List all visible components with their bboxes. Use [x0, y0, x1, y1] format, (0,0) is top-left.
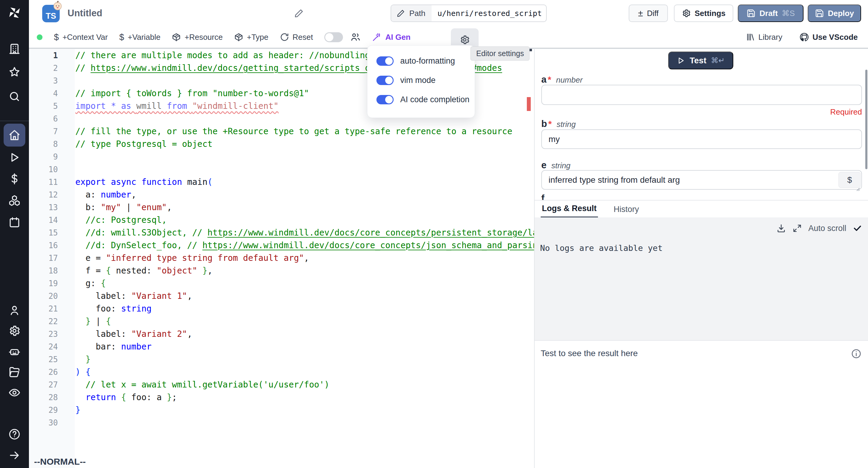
test-button[interactable]: Test ⌘↵: [668, 52, 733, 69]
toggle-vim-mode[interactable]: [376, 76, 394, 85]
deploy-button[interactable]: Deploy: [808, 4, 861, 22]
code-line: [75, 416, 534, 429]
menu-item-ai-code-completion[interactable]: AI code completion: [376, 95, 466, 104]
line-number: 29: [29, 404, 75, 416]
code-line: }: [75, 353, 534, 366]
use-vscode-button[interactable]: Use VScode: [799, 32, 858, 42]
home-icon[interactable]: [8, 129, 21, 141]
field-input-e[interactable]: [541, 170, 862, 190]
dollar-icon[interactable]: [8, 173, 21, 185]
arrow-right-icon[interactable]: [8, 449, 21, 461]
ai-gen-button[interactable]: AI Gen: [372, 32, 410, 42]
toggle-ai-code-completion[interactable]: [376, 95, 394, 104]
calendar-icon[interactable]: [8, 216, 21, 228]
user-icon[interactable]: [8, 304, 21, 316]
line-number: 8: [29, 138, 75, 150]
required-error: Required: [830, 107, 862, 117]
ai-gen-label: AI Gen: [385, 33, 410, 42]
draft-button[interactable]: Draft ⌘S: [738, 4, 804, 22]
deploy-button-label: Deploy: [828, 9, 854, 18]
script-title: Untitled: [67, 8, 102, 19]
info-icon[interactable]: [851, 349, 861, 359]
code-line: f = { nested: "object" },: [75, 264, 534, 277]
error-squiggle: import * as wmill from "windmill-client": [75, 101, 278, 111]
gear-icon: [682, 9, 691, 18]
diff-button[interactable]: ± Diff: [629, 4, 668, 22]
menu-item-auto-formatting[interactable]: auto-formatting: [376, 56, 466, 66]
building-icon[interactable]: [8, 43, 21, 55]
code-line: [75, 163, 534, 176]
line-number: 10: [29, 163, 75, 176]
dollar-icon: $: [54, 32, 59, 42]
bot-icon[interactable]: [8, 346, 21, 358]
editor-settings-tooltip: Editor settings: [470, 47, 530, 61]
people-icon: [350, 32, 361, 42]
code-line: g: {: [75, 277, 534, 290]
star-icon[interactable]: [8, 66, 21, 78]
windmill-logo[interactable]: [7, 5, 22, 20]
line-number: 9: [29, 150, 75, 163]
line-number: 23: [29, 328, 75, 341]
dollar-icon: $: [119, 32, 124, 42]
field-label-a: a* number: [541, 74, 583, 85]
multiplayer-toggle[interactable]: [324, 32, 343, 42]
line-number: 25: [29, 353, 75, 366]
top-bar: TS Untitled Path u/henri/restored_script…: [29, 0, 868, 27]
tab-logs-result[interactable]: Logs & Result: [541, 201, 598, 218]
code-line: // type Postgresql = object: [75, 138, 534, 150]
line-number: 26: [29, 366, 75, 378]
edit-title-pencil-icon[interactable]: [294, 8, 304, 18]
typescript-badge-label: TS: [46, 11, 56, 21]
use-vscode-label: Use VScode: [812, 33, 858, 42]
panel-scrollbar[interactable]: [865, 70, 867, 169]
code-line: e = "inferred type string from default a…: [75, 252, 534, 264]
play-icon[interactable]: [8, 151, 21, 164]
draft-button-label: Draft: [760, 9, 778, 18]
folder-icon[interactable]: [8, 366, 21, 378]
line-number: 22: [29, 315, 75, 328]
library-button[interactable]: Library: [746, 33, 782, 42]
tab-history[interactable]: History: [614, 201, 639, 218]
help-icon[interactable]: [8, 428, 21, 440]
refresh-icon: [280, 33, 289, 41]
search-icon[interactable]: [8, 90, 21, 103]
gear-icon: [460, 35, 470, 45]
eye-icon[interactable]: [8, 387, 21, 399]
reset-button[interactable]: Reset: [280, 33, 313, 42]
add-variable-button[interactable]: $ +Variable: [119, 32, 161, 42]
settings-button[interactable]: Settings: [674, 4, 733, 22]
insert-variable-button[interactable]: $: [838, 172, 861, 188]
check-icon[interactable]: [853, 224, 862, 233]
test-shortcut: ⌘↵: [711, 56, 725, 65]
expand-icon[interactable]: [793, 224, 802, 233]
add-type-label: +Type: [247, 33, 269, 42]
add-variable-label: +Variable: [128, 33, 161, 42]
code-line: [75, 150, 534, 163]
resize-handle-icon[interactable]: [855, 186, 860, 192]
add-context-var-button[interactable]: $ +Context Var: [54, 32, 108, 42]
line-number: 17: [29, 252, 75, 264]
boxes-icon[interactable]: [8, 195, 21, 207]
line-number: 15: [29, 227, 75, 239]
line-number: 19: [29, 277, 75, 290]
download-icon[interactable]: [776, 224, 786, 233]
pencil-icon: [397, 9, 405, 18]
field-input-a[interactable]: [541, 85, 862, 105]
code-line: label: "Variant 2",: [75, 328, 534, 341]
field-input-b[interactable]: [541, 129, 862, 149]
vim-mode-status: --NORMAL--: [34, 457, 86, 467]
field-label-e: e string: [541, 160, 570, 171]
add-type-button[interactable]: +Type: [234, 33, 269, 42]
line-number: 27: [29, 378, 75, 391]
path-label: Path: [409, 9, 426, 18]
path-field[interactable]: Path u/henri/restored_script: [391, 4, 547, 22]
code-line: //d: DynSelect_foo, // https://www.windm…: [75, 239, 534, 252]
add-resource-button[interactable]: +Resource: [172, 33, 222, 42]
menu-item-vim-mode[interactable]: vim mode: [376, 76, 466, 85]
gear-icon[interactable]: [8, 325, 21, 337]
draft-shortcut: ⌘S: [782, 9, 795, 18]
field-label-b: b* string: [541, 118, 576, 129]
left-sidebar: [0, 0, 29, 468]
toggle-auto-formatting[interactable]: [376, 56, 394, 66]
result-panel: Test to see the result here: [535, 340, 868, 468]
